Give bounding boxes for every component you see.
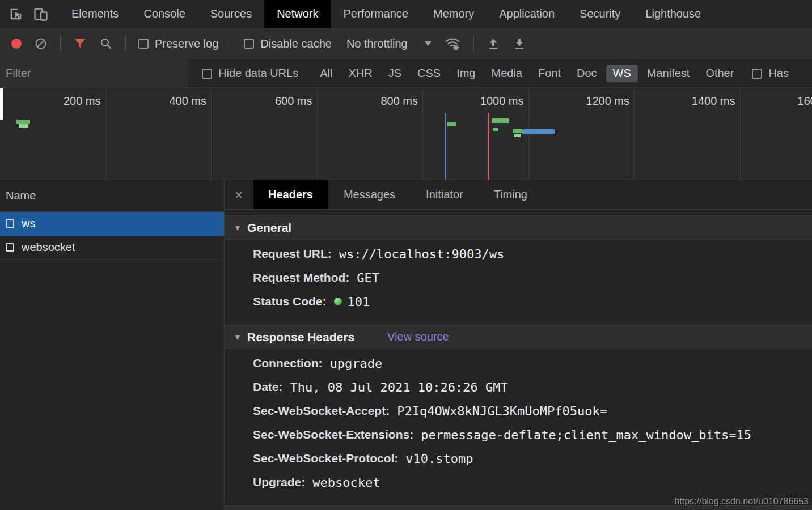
filter-type-css[interactable]: CSS: [411, 65, 447, 82]
requests-panel: Name ws websocket: [0, 180, 225, 510]
watermark-text: https://blog.csdn.net/u010786653: [674, 496, 809, 507]
disable-cache-label: Disable cache: [260, 37, 332, 50]
preserve-log-label: Preserve log: [155, 37, 218, 50]
checkbox-box: [244, 39, 254, 49]
headers-content: ▼ General Request URL: ws://localhost:90…: [225, 210, 812, 510]
status-green-dot-icon: [334, 298, 342, 305]
toolbar-divider: [231, 35, 231, 52]
clear-icon[interactable]: [34, 37, 48, 50]
header-row-date: Date: Thu, 08 Jul 2021 10:26:26 GMT: [225, 375, 812, 399]
tab-memory[interactable]: Memory: [421, 0, 487, 28]
checkbox-box: [138, 39, 149, 49]
filter-type-all[interactable]: All: [313, 65, 339, 82]
overview-bar: [445, 113, 446, 180]
header-label: Sec-WebSocket-Protocol:: [253, 452, 398, 465]
overview-bar: [488, 113, 489, 180]
toolbar-divider: [473, 35, 474, 52]
header-row-request-url: Request URL: ws://localhost:9003/ws: [225, 242, 812, 266]
tab-elements[interactable]: Elements: [59, 0, 131, 28]
response-headers-rows: Connection: upgrade Date: Thu, 08 Jul 20…: [225, 349, 812, 496]
filter-type-font[interactable]: Font: [531, 65, 568, 82]
header-row-sec-websocket-accept: Sec-WebSocket-Accept: P2Iq4OWx8kNJGL3KmU…: [225, 399, 812, 423]
tab-messages[interactable]: Messages: [328, 180, 411, 209]
tab-security[interactable]: Security: [567, 0, 633, 28]
overview-bar: [513, 129, 523, 133]
tab-sources[interactable]: Sources: [198, 0, 264, 28]
header-value: ws://localhost:9003/ws: [339, 247, 504, 261]
tab-performance[interactable]: Performance: [331, 0, 421, 28]
request-row-ws[interactable]: ws: [0, 212, 224, 236]
section-title: General: [247, 221, 291, 235]
overview-timeline[interactable]: 200 ms 400 ms 600 ms 800 ms 1000 ms 1200…: [0, 88, 812, 180]
websocket-request-icon: [6, 243, 14, 252]
checkbox-box: [202, 69, 212, 79]
tab-lighthouse[interactable]: Lighthouse: [633, 0, 713, 28]
header-value: GET: [357, 271, 379, 285]
header-row-upgrade: Upgrade: websocket: [225, 470, 812, 494]
overview-bar: [447, 122, 456, 126]
filter-type-js[interactable]: JS: [382, 65, 408, 82]
record-button[interactable]: [11, 39, 22, 49]
tab-timing[interactable]: Timing: [479, 180, 543, 209]
toolbar-divider: [60, 35, 61, 52]
filter-type-doc[interactable]: Doc: [570, 65, 604, 82]
tab-console[interactable]: Console: [131, 0, 197, 28]
export-har-icon[interactable]: [513, 37, 526, 50]
has-label: Has: [768, 67, 789, 80]
toolbar-divider: [125, 35, 126, 52]
view-source-link[interactable]: View source: [387, 330, 449, 343]
header-value: 101: [348, 295, 370, 309]
devtools-tool-icons: [0, 0, 59, 28]
hide-data-urls-label: Hide data URLs: [218, 67, 298, 80]
overview-bar: [522, 129, 555, 134]
header-value: v10.stomp: [405, 452, 473, 466]
preserve-log-checkbox[interactable]: Preserve log: [138, 37, 218, 50]
import-har-icon[interactable]: [487, 37, 500, 50]
response-headers-section-header[interactable]: ▼ Response Headers View source: [225, 325, 812, 349]
tab-application[interactable]: Application: [487, 0, 567, 28]
filter-input[interactable]: Filter: [0, 60, 187, 87]
overview-bar: [492, 118, 509, 123]
header-value: Thu, 08 Jul 2021 10:26:26 GMT: [290, 380, 508, 394]
name-column-header[interactable]: Name: [0, 180, 224, 212]
tab-headers[interactable]: Headers: [253, 180, 328, 209]
has-blocked-cookies-checkbox[interactable]: Has: [752, 67, 789, 80]
header-label: Request Method:: [253, 271, 349, 284]
filter-type-manifest[interactable]: Manifest: [640, 65, 697, 82]
filter-type-img[interactable]: Img: [450, 65, 482, 82]
header-label: Sec-WebSocket-Extensions:: [253, 428, 413, 441]
search-icon[interactable]: [99, 37, 113, 50]
overview-bar: [19, 124, 28, 128]
request-name: ws: [22, 217, 35, 230]
inspect-element-icon[interactable]: [8, 6, 24, 22]
details-tab-bar: × Headers Messages Initiator Timing: [225, 180, 812, 210]
general-section-header[interactable]: ▼ General: [225, 215, 812, 240]
network-toolbar: Preserve log Disable cache No throttling: [0, 28, 812, 60]
hide-data-urls-checkbox[interactable]: Hide data URLs: [202, 67, 298, 80]
filter-type-media[interactable]: Media: [484, 65, 528, 82]
tab-initiator[interactable]: Initiator: [411, 180, 479, 209]
disable-cache-checkbox[interactable]: Disable cache: [244, 37, 332, 50]
filter-icon[interactable]: [73, 37, 87, 50]
header-label: Date:: [253, 380, 283, 394]
tab-network[interactable]: Network: [264, 0, 331, 28]
network-main-area: Name ws websocket × Headers Messages Ini…: [0, 180, 812, 510]
overview-bar: [493, 128, 498, 131]
section-title: Response Headers: [247, 330, 354, 344]
filter-type-xhr[interactable]: XHR: [341, 65, 379, 82]
header-label: Request URL:: [253, 247, 332, 261]
close-icon[interactable]: ×: [225, 180, 253, 209]
filter-type-other[interactable]: Other: [699, 65, 741, 82]
header-label: Status Code:: [253, 295, 327, 308]
request-row-websocket[interactable]: websocket: [0, 236, 224, 260]
header-value: websocket: [312, 475, 380, 490]
filter-type-ws[interactable]: WS: [606, 65, 638, 82]
header-label: Upgrade:: [253, 475, 305, 489]
device-toolbar-icon[interactable]: [33, 6, 49, 22]
throttling-select[interactable]: No throttling: [346, 37, 432, 50]
overview-bars: [0, 88, 812, 180]
checkbox-box: [752, 69, 762, 79]
devtools-tab-bar: Elements Console Sources Network Perform…: [0, 0, 812, 28]
network-conditions-icon[interactable]: [444, 36, 461, 51]
chevron-down-icon: [425, 41, 432, 46]
